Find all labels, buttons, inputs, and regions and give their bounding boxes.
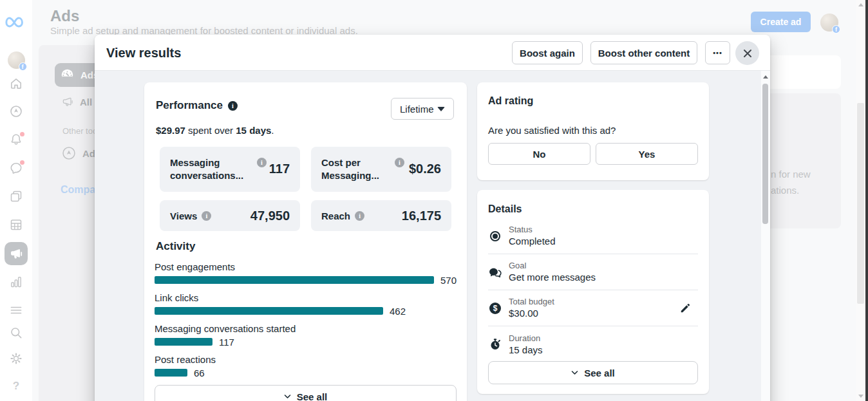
screen-edge [865,0,868,401]
chevron-down-icon [284,394,291,399]
metric-value: 117 [269,162,290,176]
details-list: Status Completed Goal Get more messages [488,218,698,362]
activity-see-all-button[interactable]: See all [155,385,457,401]
rating-yes-button[interactable]: Yes [596,143,698,165]
stopwatch-icon [488,337,502,351]
details-card: Details Status Completed [477,190,709,394]
activity-title: Activity [156,240,195,253]
detail-row-goal: Goal Get more messages [488,254,698,290]
detail-row-budget: $ Total budget $30.00 [488,290,698,326]
metric-tile: Messaging conversations... i 117 [160,147,300,192]
activity-bar [155,338,212,346]
pencil-icon [679,302,692,315]
ad-rating-card: Ad rating Are you satisfied with this ad… [477,82,709,180]
performance-title: Performance [156,99,223,112]
info-icon[interactable]: i [228,101,238,111]
metric-tile: Reach i 16,175 [311,200,451,231]
modal-body: Performance i Lifetime $29.97 spent over… [95,71,770,401]
status-radio-icon [488,229,502,243]
activity-value: 462 [390,306,406,317]
scroll-up-icon [763,75,768,79]
metric-label: Views [170,210,197,221]
info-icon[interactable]: i [355,211,364,221]
info-icon[interactable]: i [257,158,267,167]
detail-label: Total budget [509,297,554,307]
rating-no-button[interactable]: No [488,143,590,165]
activity-row: Messaging conversations started 117 [155,324,457,355]
activity-row: Link clicks 462 [155,293,457,324]
view-results-modal: View results Boost again Boost other con… [95,35,770,401]
spend-summary: $29.97 spent over 15 days. [156,125,274,136]
spend-tail: . [271,125,274,136]
detail-label: Duration [509,333,543,344]
modal-scrollbar[interactable] [761,71,770,401]
more-options-button[interactable]: ••• [705,41,730,64]
info-icon[interactable]: i [395,158,404,167]
chevron-down-icon [571,370,578,375]
boost-again-button[interactable]: Boost again [512,41,583,64]
ad-rating-question: Are you satisfied with this ad? [488,125,616,136]
activity-label: Link clicks [155,293,457,303]
activity-value: 117 [219,337,234,348]
activity-row: Post reactions 66 [155,355,457,386]
metric-value: $0.26 [409,162,441,176]
period-selector-dropdown[interactable]: Lifetime [391,98,454,120]
modal-title: View results [106,46,181,61]
caret-down-icon [437,107,445,111]
activity-value: 66 [194,368,205,378]
performance-card: Performance i Lifetime $29.97 spent over… [144,82,467,401]
detail-label: Status [509,225,556,235]
activity-bar [155,307,383,315]
edit-budget-button[interactable] [674,297,697,320]
detail-label: Goal [509,261,596,271]
see-all-label: See all [584,368,615,378]
see-all-label: See all [297,391,328,401]
info-icon[interactable]: i [202,211,211,221]
metric-tile: Views i 47,950 [160,200,300,231]
activity-value: 570 [440,275,457,286]
activity-label: Post engagements [155,262,457,272]
detail-value: Completed [509,235,556,247]
activity-label: Messaging conversations started [155,324,457,334]
metric-value: 47,950 [250,209,290,223]
activity-bar [155,369,187,377]
detail-value: 15 days [509,344,543,356]
metric-tile: Cost per Messaging... i $0.26 [311,147,451,192]
period-selector-value: Lifetime [400,104,434,115]
boost-other-content-button[interactable]: Boost other content [590,41,697,64]
detail-row-status: Status Completed [488,218,698,254]
spend-duration: 15 days [236,125,271,136]
spend-amount: $29.97 [156,125,185,136]
close-icon [742,48,753,59]
close-button[interactable] [735,41,759,65]
modal-header: View results Boost again Boost other con… [95,35,770,71]
activity-bar [155,276,434,284]
metric-label: Reach [321,210,350,221]
details-title: Details [488,203,522,215]
metric-value: 16,175 [402,209,441,223]
activity-row: Post engagements 570 [155,262,457,293]
metric-label: Messaging conversations... [170,156,260,182]
spend-middle: spent over [185,125,236,136]
details-see-all-button[interactable]: See all [488,361,698,384]
modal-scrollbar-thumb[interactable] [762,84,768,224]
detail-value: $30.00 [509,307,554,319]
chat-bubbles-icon [488,265,502,279]
ad-rating-title: Ad rating [488,95,533,107]
detail-value: Get more messages [509,271,596,283]
activity-list: Post engagements 570 Link clicks 462 Mes… [155,262,457,386]
dollar-circle-icon: $ [488,301,502,315]
detail-row-duration: Duration 15 days [488,326,698,362]
activity-label: Post reactions [155,355,457,365]
